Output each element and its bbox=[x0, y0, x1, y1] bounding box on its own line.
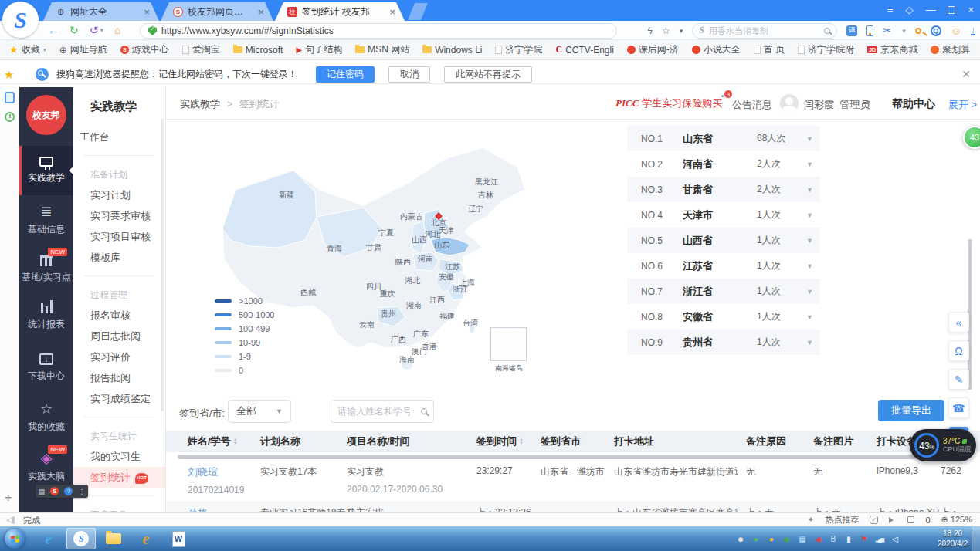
bookmark-item[interactable]: 首 页 bbox=[754, 43, 785, 56]
sort-carets-icon[interactable]: ▲▼ bbox=[233, 438, 238, 445]
insurance-link[interactable]: PICC学生实习保险购买 bbox=[615, 96, 722, 110]
zoom-level[interactable]: ⊕ 125% bbox=[941, 515, 972, 525]
smiley-icon[interactable]: ☺ bbox=[951, 25, 961, 37]
hot-recommend-link[interactable]: 热点推荐 bbox=[825, 514, 859, 526]
sort-carets-icon[interactable]: ▲▼ bbox=[519, 438, 524, 445]
menu-item-我的实习生[interactable]: 我的实习生 bbox=[84, 446, 154, 467]
tab-close-icon[interactable]: × bbox=[256, 6, 266, 18]
province-select[interactable]: 全部 ▼ bbox=[228, 400, 291, 423]
skin-icon[interactable]: ◇ bbox=[905, 4, 913, 16]
security-check-icon[interactable]: ✓ bbox=[870, 516, 878, 524]
bookmark-item[interactable]: S游戏中心 bbox=[120, 43, 169, 56]
tray-contacts-icon[interactable]: ☻ bbox=[735, 533, 746, 544]
tray-bluetooth-icon[interactable]: B bbox=[828, 533, 839, 544]
url-bar[interactable]: ✓ bbox=[140, 23, 617, 39]
taskbar-ie-gold-icon[interactable]: e bbox=[131, 528, 161, 549]
bookmark-item[interactable]: JD京东商城 bbox=[867, 43, 917, 56]
bookmark-item[interactable]: Microsoft bbox=[233, 45, 283, 56]
add-panel-icon[interactable]: + bbox=[5, 491, 12, 505]
remember-password-button[interactable]: 记住密码 bbox=[316, 66, 375, 83]
bookmark-item[interactable]: CCCTV-Engli bbox=[555, 44, 613, 56]
bookmark-item[interactable]: 课后网-济 bbox=[627, 43, 679, 56]
avatar[interactable] bbox=[780, 94, 799, 113]
translate-icon[interactable]: 译 bbox=[846, 25, 857, 36]
sidebar-item-基础信息[interactable]: ≣基础信息 bbox=[19, 195, 73, 245]
menu-item-实习评价[interactable]: 实习评价 bbox=[84, 346, 154, 367]
tab-close-icon[interactable]: × bbox=[142, 6, 151, 18]
tab-close-icon[interactable]: × bbox=[388, 6, 397, 18]
taskbar-word-icon[interactable]: W bbox=[164, 528, 193, 549]
bookmark-item[interactable]: 济宁学院 bbox=[495, 43, 542, 56]
tray-network-icon[interactable]: ▂▄▆ bbox=[874, 533, 885, 544]
cancel-button[interactable]: 取消 bbox=[388, 66, 430, 83]
show-desktop-button[interactable] bbox=[972, 526, 980, 551]
taskbar-explorer-icon[interactable] bbox=[99, 528, 128, 549]
never-prompt-button[interactable]: 此网站不再提示 bbox=[444, 66, 532, 83]
history-clock-icon[interactable] bbox=[5, 112, 15, 122]
sortable-column-header[interactable]: 姓名/学号▲▼ bbox=[188, 431, 238, 452]
student-name-link[interactable]: 刘晓瑄 bbox=[188, 465, 244, 479]
quick-favorite-star-icon[interactable]: ★ bbox=[4, 68, 14, 82]
tray-volume-icon[interactable]: ◁ bbox=[890, 533, 900, 544]
sogou-logo[interactable]: S bbox=[2, 2, 39, 38]
browser-tab[interactable]: ⊕网址大全× bbox=[43, 2, 159, 21]
menu-item-实习要求审核[interactable]: 实习要求审核 bbox=[84, 205, 154, 226]
tray-coin-icon[interactable]: ● bbox=[766, 533, 777, 544]
taskbar-ie-icon[interactable]: e bbox=[34, 528, 63, 549]
student-search-input[interactable] bbox=[337, 406, 418, 417]
menu-item-报名审核[interactable]: 报名审核 bbox=[84, 305, 154, 326]
help-center-link[interactable]: 帮助中心 bbox=[892, 97, 935, 111]
star-caret-icon[interactable]: ▾ bbox=[680, 27, 683, 35]
ranking-caret-icon[interactable]: ▼ bbox=[806, 262, 813, 270]
bookmark-item[interactable]: ⊕网址导航 bbox=[59, 43, 107, 56]
scissors-caret-icon[interactable]: ▾ bbox=[902, 27, 906, 35]
search-icon[interactable] bbox=[824, 28, 830, 34]
refresh-button[interactable]: ↻ bbox=[70, 24, 79, 36]
bookmark-item[interactable]: MSN 网站 bbox=[355, 43, 409, 56]
ranking-caret-icon[interactable]: ▼ bbox=[806, 339, 813, 346]
menu-item-实习计划[interactable]: 实习计划 bbox=[84, 184, 154, 205]
dock-toggle-icon[interactable]: ◁| bbox=[6, 515, 15, 525]
back-button[interactable]: ← bbox=[48, 24, 59, 36]
tray-sound-alert-icon[interactable]: ◀ bbox=[812, 533, 823, 544]
mute-icon[interactable] bbox=[889, 517, 897, 523]
minimize-button[interactable]: — bbox=[925, 4, 935, 16]
sidebar-item-我的收藏[interactable]: ☆我的收藏 bbox=[19, 393, 73, 442]
undo-button[interactable]: ↺ bbox=[90, 24, 99, 36]
ime-help-icon[interactable]: ? bbox=[64, 487, 73, 495]
ad-filter-count[interactable]: 0 bbox=[925, 516, 930, 525]
bookmark-item[interactable]: 济宁学院附 bbox=[798, 43, 854, 56]
notify-close-icon[interactable]: ✕ bbox=[961, 68, 971, 80]
tray-wechat-icon[interactable]: ● bbox=[751, 533, 761, 544]
feedback-edit-button[interactable]: ✎ bbox=[948, 369, 969, 390]
ranking-caret-icon[interactable]: ▼ bbox=[806, 313, 813, 321]
menu-item-模板库[interactable]: 模板库 bbox=[84, 247, 154, 268]
ranking-caret-icon[interactable]: ▼ bbox=[806, 288, 813, 296]
ranking-caret-icon[interactable]: ▼ bbox=[806, 135, 813, 143]
ime-more-icon[interactable]: ⋮ bbox=[78, 488, 85, 495]
lookup-icon[interactable]: Q bbox=[931, 25, 941, 36]
tray-battery-icon[interactable]: ▮ bbox=[843, 533, 854, 544]
bookmark-item[interactable]: 爱淘宝 bbox=[182, 43, 220, 56]
notice-label[interactable]: 公告消息 bbox=[732, 98, 772, 112]
app-logo[interactable]: 校友邦 bbox=[26, 95, 66, 135]
menu-item-实习项目审核[interactable]: 实习项目审核 bbox=[84, 226, 154, 247]
url-input[interactable] bbox=[161, 25, 609, 36]
tray-system-icon[interactable]: ▦ bbox=[797, 533, 808, 544]
maximize-button[interactable] bbox=[948, 6, 955, 14]
menu-icon[interactable]: ≡ bbox=[887, 4, 894, 16]
ranking-caret-icon[interactable]: ▼ bbox=[806, 211, 813, 219]
ranking-caret-icon[interactable]: ▼ bbox=[806, 161, 813, 168]
new-tab-button[interactable] bbox=[408, 3, 428, 20]
sidebar-item-统计报表[interactable]: 统计报表 bbox=[19, 294, 73, 343]
breadcrumb-parent[interactable]: 实践教学 bbox=[180, 98, 220, 110]
menu-item-工作台[interactable]: 工作台 bbox=[73, 127, 165, 147]
password-key-icon[interactable] bbox=[915, 28, 921, 34]
sidebar-item-基地/实习点[interactable]: NEW基地/实习点 bbox=[19, 245, 73, 294]
sidebar-item-实践教学[interactable]: 实践教学 bbox=[19, 146, 73, 195]
ranking-caret-icon[interactable]: ▼ bbox=[806, 237, 813, 245]
ranking-caret-icon[interactable]: ▼ bbox=[806, 186, 813, 194]
student-name-link[interactable]: 孙格 bbox=[188, 506, 208, 512]
favorite-star-icon[interactable]: ☆ bbox=[662, 25, 670, 36]
search-icon[interactable] bbox=[421, 408, 427, 414]
